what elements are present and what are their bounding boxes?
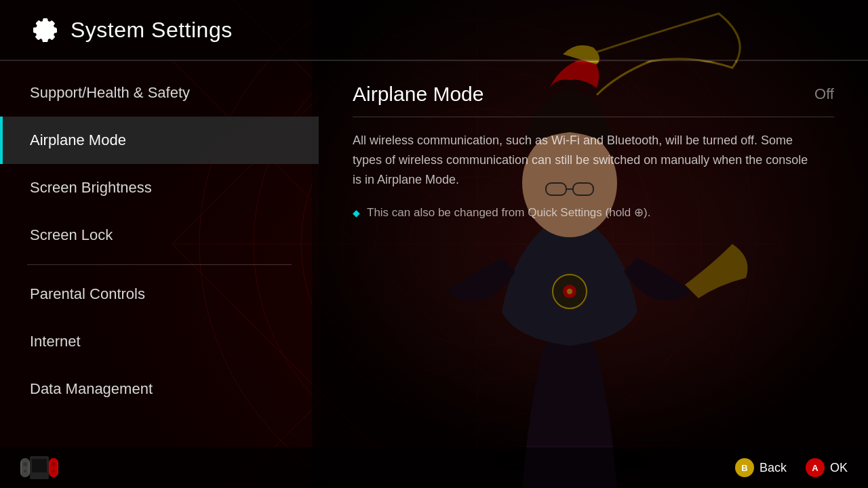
back-label: Back	[760, 461, 787, 475]
svg-rect-32	[50, 458, 57, 477]
ok-button[interactable]: A OK	[806, 458, 848, 477]
sidebar: Support/Health & Safety Airplane Mode Sc…	[0, 62, 319, 446]
sidebar-item-parental[interactable]: Parental Controls	[0, 270, 319, 318]
sidebar-item-internet[interactable]: Internet	[0, 318, 319, 365]
content-note: ◆ This can also be changed from Quick Se…	[353, 205, 814, 220]
page-title: System Settings	[71, 18, 233, 43]
a-button-icon: A	[806, 458, 825, 477]
footer-right: B Back A OK	[735, 458, 848, 477]
content-status: Off	[814, 85, 834, 103]
sidebar-label-parental: Parental Controls	[30, 285, 145, 303]
content-note-text: This can also be changed from Quick Sett…	[367, 205, 650, 220]
content-panel: Airplane Mode Off All wireless communica…	[319, 62, 868, 446]
sidebar-item-screenlock[interactable]: Screen Lock	[0, 211, 319, 259]
b-button-icon: B	[735, 458, 754, 477]
sidebar-item-brightness[interactable]: Screen Brightness	[0, 164, 319, 211]
sidebar-item-airplane[interactable]: Airplane Mode	[0, 117, 319, 164]
sidebar-item-data[interactable]: Data Management	[0, 365, 319, 413]
sidebar-divider	[27, 264, 292, 265]
footer: B Back A OK	[0, 447, 868, 488]
diamond-icon: ◆	[353, 207, 360, 218]
svg-point-33	[52, 462, 56, 466]
sidebar-item-support[interactable]: Support/Health & Safety	[0, 69, 319, 117]
svg-rect-26	[22, 458, 28, 477]
svg-point-28	[24, 470, 26, 472]
footer-left	[20, 456, 58, 479]
sidebar-label-data: Data Management	[30, 380, 153, 398]
sidebar-label-airplane: Airplane Mode	[30, 131, 126, 149]
back-button[interactable]: B Back	[735, 458, 787, 477]
switch-console-icon	[20, 456, 58, 479]
sidebar-label-screenlock: Screen Lock	[30, 226, 113, 244]
svg-rect-30	[32, 459, 47, 472]
content-header: Airplane Mode Off	[353, 83, 834, 117]
content-title: Airplane Mode	[353, 83, 484, 106]
gear-icon	[27, 14, 60, 46]
svg-point-34	[52, 470, 55, 472]
ok-label: OK	[830, 461, 848, 475]
sidebar-label-internet: Internet	[30, 333, 81, 350]
content-description: All wireless communication, such as Wi-F…	[353, 131, 814, 189]
header: System Settings	[0, 0, 868, 61]
svg-point-27	[23, 462, 27, 466]
sidebar-label-support: Support/Health & Safety	[30, 84, 190, 102]
sidebar-label-brightness: Screen Brightness	[30, 179, 152, 197]
